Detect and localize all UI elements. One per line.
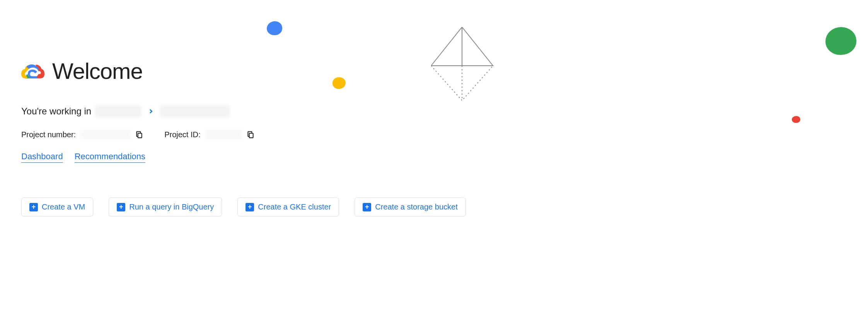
decorative-blob-green	[825, 27, 856, 55]
google-cloud-logo-icon	[21, 61, 44, 81]
create-gke-button[interactable]: + Create a GKE cluster	[237, 198, 339, 216]
project-id-value	[205, 129, 242, 140]
breadcrumb-project[interactable]	[160, 105, 230, 118]
copy-project-id-icon[interactable]	[247, 131, 254, 138]
project-id-label: Project ID:	[164, 130, 200, 139]
breadcrumb-org[interactable]	[95, 105, 142, 118]
project-number-label: Project number:	[21, 130, 76, 139]
create-gke-label: Create a GKE cluster	[258, 203, 331, 211]
decorative-blob-red	[792, 116, 800, 123]
plus-icon: +	[117, 203, 125, 211]
create-vm-button[interactable]: + Create a VM	[21, 198, 93, 216]
dashboard-link[interactable]: Dashboard	[21, 152, 63, 163]
create-bucket-label: Create a storage bucket	[375, 203, 457, 211]
project-info: Project number: Project ID:	[21, 129, 868, 140]
plus-icon: +	[246, 203, 254, 211]
breadcrumb-prefix: You're working in	[21, 106, 91, 117]
create-bucket-button[interactable]: + Create a storage bucket	[355, 198, 466, 216]
quick-links: Dashboard Recommendations	[21, 152, 868, 163]
page-title: Welcome	[52, 58, 143, 84]
svg-rect-5	[249, 133, 253, 138]
create-vm-label: Create a VM	[42, 203, 85, 211]
run-bigquery-button[interactable]: + Run a query in BigQuery	[109, 198, 222, 216]
copy-project-number-icon[interactable]	[135, 131, 143, 138]
svg-rect-4	[138, 133, 142, 138]
chevron-right-icon	[148, 106, 154, 117]
recommendations-link[interactable]: Recommendations	[75, 152, 145, 163]
project-number-value	[80, 129, 131, 140]
quick-actions: + Create a VM + Run a query in BigQuery …	[21, 198, 868, 216]
plus-icon: +	[29, 203, 38, 211]
decorative-blob-blue	[267, 21, 282, 35]
breadcrumb: You're working in	[21, 105, 868, 118]
decorative-triangle-icon	[431, 27, 508, 104]
run-bigquery-label: Run a query in BigQuery	[129, 203, 214, 211]
plus-icon: +	[363, 203, 371, 211]
